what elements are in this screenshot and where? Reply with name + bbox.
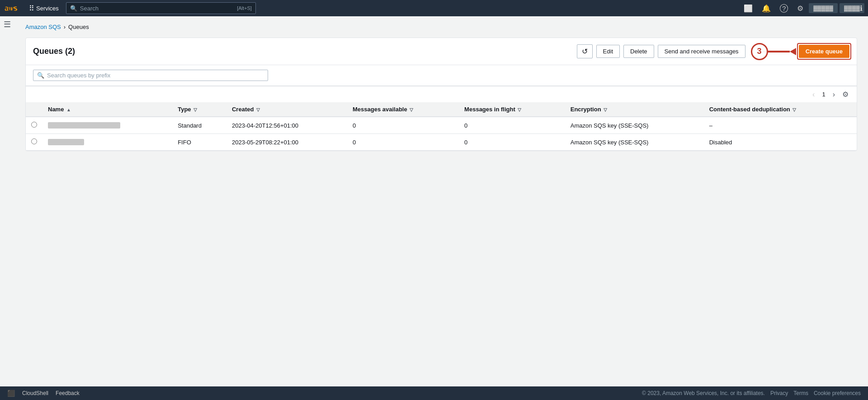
- search-input-wrapper[interactable]: 🔍: [33, 70, 268, 81]
- send-receive-button[interactable]: Send and receive messages: [658, 45, 745, 58]
- row1-messages-flight-cell: 0: [459, 117, 565, 134]
- row2-dedup: Disabled: [709, 139, 732, 146]
- row2-created: 2023-05-29T08:22+01:00: [232, 139, 298, 146]
- table-row: FIFO 2023-05-29T08:22+01:00 0 0: [26, 134, 857, 151]
- bell-icon-btn[interactable]: 🔔: [758, 2, 774, 14]
- breadcrumb: Amazon SQS › Queues: [25, 24, 857, 30]
- privacy-link[interactable]: Privacy: [770, 390, 788, 396]
- info-icon: ℹ: [860, 4, 863, 13]
- terms-link[interactable]: Terms: [793, 390, 808, 396]
- next-page-button[interactable]: ›: [830, 90, 838, 100]
- row2-type: FIFO: [178, 139, 191, 146]
- sidebar-toggle-btn[interactable]: ☰: [0, 16, 14, 33]
- main-container: ☰ Amazon SQS › Queues Queues (2) ↺ Edi: [0, 16, 868, 386]
- row2-messages-available: 0: [353, 139, 356, 146]
- search-bar[interactable]: 🔍 [Alt+S]: [66, 2, 256, 14]
- row1-radio[interactable]: [31, 122, 37, 128]
- panel-title: Queues (2): [33, 47, 577, 56]
- dedup-sort-icon: ▽: [793, 107, 796, 112]
- create-queue-wrapper: Create queue: [799, 45, 849, 58]
- queues-panel: Queues (2) ↺ Edit Delete Send: [25, 38, 857, 151]
- search-input[interactable]: [80, 5, 237, 12]
- row1-type: Standard: [178, 122, 202, 129]
- page-number: 1: [819, 90, 828, 99]
- row2-select-cell[interactable]: [26, 134, 42, 151]
- help-icon-btn[interactable]: ?: [776, 2, 792, 14]
- th-name[interactable]: Name ▲: [42, 102, 172, 117]
- top-nav: ⠿ Services 🔍 [Alt+S] ⬜ 🔔 ? ⚙ ▓▓▓▓▓ ▓▓▓▓ …: [0, 0, 868, 16]
- search-icon: 🔍: [70, 5, 77, 12]
- cloud-icon-btn[interactable]: ⬜: [740, 2, 756, 14]
- row1-created-cell: 2023-04-20T12:56+01:00: [226, 117, 347, 134]
- row2-encryption: Amazon SQS key (SSE-SQS): [571, 139, 649, 146]
- copyright-text: © 2023, Amazon Web Services, Inc. or its…: [642, 390, 765, 396]
- delete-button[interactable]: Delete: [623, 45, 654, 58]
- services-button[interactable]: ⠿ Services: [25, 2, 62, 14]
- services-label: Services: [36, 5, 59, 12]
- th-select: [26, 102, 42, 117]
- footer-left: ⬛ CloudShell Feedback: [7, 390, 80, 397]
- gear-icon: ⚙: [797, 4, 803, 13]
- hamburger-icon: ☰: [4, 19, 11, 29]
- row1-encryption-cell: Amazon SQS key (SSE-SQS): [565, 117, 704, 134]
- nav-right: ⬜ 🔔 ? ⚙ ▓▓▓▓▓ ▓▓▓▓: [740, 2, 864, 14]
- table-header-row: Name ▲ Type ▽ Created ▽: [26, 102, 857, 117]
- row2-messages-flight-cell: 0: [459, 134, 565, 151]
- encryption-sort-icon: ▽: [604, 107, 607, 112]
- terminal-icon: ⬛: [7, 390, 15, 397]
- info-icon-btn[interactable]: ℹ: [856, 2, 866, 14]
- cloudshell-link[interactable]: CloudShell: [22, 390, 48, 396]
- created-sort-icon: ▽: [256, 107, 260, 112]
- settings-icon-btn[interactable]: ⚙: [793, 2, 807, 14]
- send-receive-wrapper: Send and receive messages 3: [658, 45, 745, 58]
- prev-page-button[interactable]: ‹: [810, 90, 817, 100]
- cookie-link[interactable]: Cookie preferences: [814, 390, 861, 396]
- row2-messages-available-cell: 0: [347, 134, 459, 151]
- user-account-btn[interactable]: ▓▓▓▓▓: [809, 3, 838, 13]
- queue-search-input[interactable]: [47, 72, 264, 79]
- th-messages-in-flight[interactable]: Messages in flight ▽: [459, 102, 565, 117]
- row2-messages-flight: 0: [464, 139, 467, 146]
- th-type[interactable]: Type ▽: [172, 102, 226, 117]
- cloud-icon: ⬜: [744, 4, 753, 13]
- refresh-button[interactable]: ↺: [577, 44, 593, 58]
- edit-button[interactable]: Edit: [596, 45, 620, 58]
- row1-dedup: –: [709, 122, 712, 129]
- footer-right: © 2023, Amazon Web Services, Inc. or its…: [642, 390, 861, 396]
- panel-header: Queues (2) ↺ Edit Delete Send: [26, 38, 857, 65]
- arrow-line: [763, 51, 790, 52]
- breadcrumb-parent-link[interactable]: Amazon SQS: [25, 24, 61, 30]
- row1-select-cell[interactable]: [26, 117, 42, 134]
- name-sort-icon: ▲: [66, 107, 71, 112]
- feedback-link[interactable]: Feedback: [56, 390, 80, 396]
- pagination-top: ‹ 1 › ⚙: [26, 86, 857, 102]
- row2-name-cell[interactable]: [42, 134, 172, 151]
- user-label: ▓▓▓▓▓: [813, 5, 833, 11]
- row2-radio[interactable]: [31, 138, 37, 144]
- row2-name: [48, 139, 84, 145]
- row1-dedup-cell: –: [704, 117, 857, 134]
- annotation-arrow: [763, 48, 795, 55]
- row2-dedup-cell: Disabled: [704, 134, 857, 151]
- row1-name: [48, 122, 120, 129]
- row1-messages-available: 0: [353, 122, 356, 129]
- row2-encryption-cell: Amazon SQS key (SSE-SQS): [565, 134, 704, 151]
- breadcrumb-separator: ›: [64, 24, 66, 30]
- row1-messages-flight: 0: [464, 122, 467, 129]
- content-area: Amazon SQS › Queues Queues (2) ↺ Edit: [14, 16, 868, 386]
- help-icon: ?: [780, 4, 788, 13]
- row1-name-cell[interactable]: [42, 117, 172, 134]
- th-encryption[interactable]: Encryption ▽: [565, 102, 704, 117]
- queues-table: Name ▲ Type ▽ Created ▽: [26, 102, 857, 151]
- th-messages-available[interactable]: Messages available ▽: [347, 102, 459, 117]
- footer: ⬛ CloudShell Feedback © 2023, Amazon Web…: [0, 386, 868, 400]
- row2-created-cell: 2023-05-29T08:22+01:00: [226, 134, 347, 151]
- create-queue-button[interactable]: Create queue: [799, 45, 849, 58]
- row1-type-cell: Standard: [172, 117, 226, 134]
- table-row: Standard 2023-04-20T12:56+01:00 0 0: [26, 117, 857, 134]
- row1-created: 2023-04-20T12:56+01:00: [232, 122, 298, 129]
- table-settings-button[interactable]: ⚙: [840, 89, 851, 100]
- th-created[interactable]: Created ▽: [226, 102, 347, 117]
- th-content-dedup[interactable]: Content-based deduplication ▽: [704, 102, 857, 117]
- table-search-area: 🔍: [26, 65, 857, 86]
